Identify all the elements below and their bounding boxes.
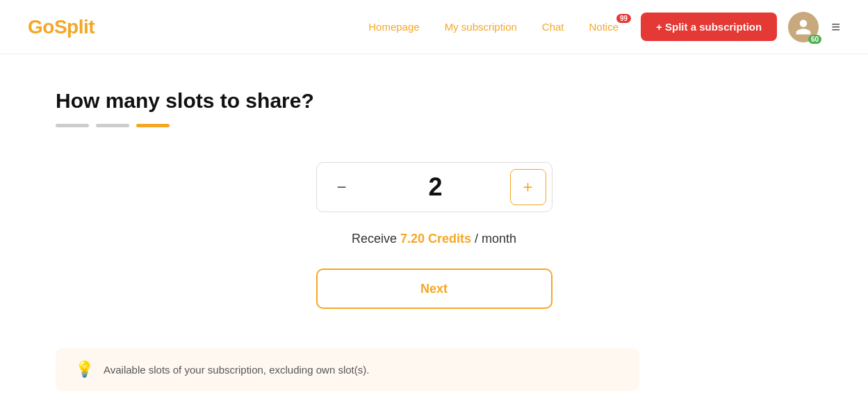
next-button[interactable]: Next [316, 269, 552, 309]
nav-chat[interactable]: Chat [542, 21, 564, 33]
avatar[interactable]: 60 [788, 12, 819, 42]
credits-amount: 7.20 [400, 232, 425, 246]
decrement-button[interactable]: − [317, 162, 367, 212]
nav-notice[interactable]: Notice 99 [589, 21, 619, 33]
increment-button[interactable]: + [510, 169, 546, 205]
nav-my-subscription[interactable]: My subscription [445, 21, 517, 33]
hamburger-menu[interactable]: ≡ [831, 18, 840, 36]
step-1 [56, 124, 89, 127]
step-2 [96, 124, 129, 127]
credits-label: Credits [428, 232, 471, 246]
counter-box: − 2 + [316, 162, 552, 212]
step-3 [136, 124, 170, 127]
credits-prefix: Receive [352, 232, 400, 246]
credits-line: Receive 7.20 Credits / month [352, 232, 516, 246]
logo[interactable]: GoSplit [28, 16, 95, 38]
counter-section: − 2 + Receive 7.20 Credits / month Next [56, 162, 812, 328]
main-content: How many slots to share? − 2 + Receive 7… [0, 54, 868, 391]
nav-homepage[interactable]: Homepage [368, 21, 419, 33]
credits-suffix: / month [471, 232, 516, 246]
info-icon: 💡 [75, 360, 94, 378]
info-box: 💡 Available slots of your subscription, … [56, 348, 639, 391]
step-indicators [56, 124, 170, 127]
counter-inner: − 2 + Receive 7.20 Credits / month Next [316, 162, 552, 328]
counter-value: 2 [367, 173, 505, 202]
header: GoSplit Homepage My subscription Chat No… [0, 0, 868, 54]
notice-badge: 99 [616, 14, 631, 23]
info-text: Available slots of your subscription, ex… [104, 364, 369, 376]
avatar-count: 60 [808, 35, 821, 44]
nav: Homepage My subscription Chat Notice 99 [368, 21, 619, 33]
page-title: How many slots to share? [56, 89, 314, 113]
split-subscription-button[interactable]: + Split a subscription [641, 13, 777, 41]
